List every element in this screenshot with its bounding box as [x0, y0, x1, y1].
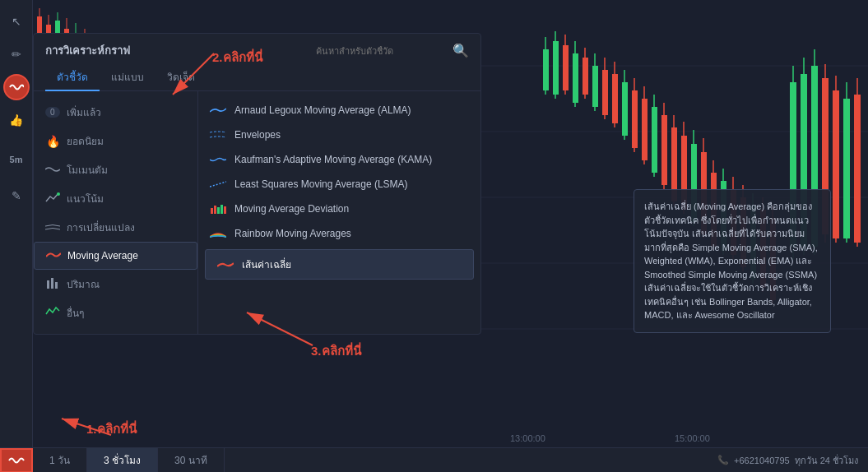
mad-label: Moving Average Deviation — [234, 203, 349, 215]
svg-line-83 — [210, 182, 226, 187]
panel-title: การวิเคราะห์กราฟ — [45, 42, 130, 59]
sidebar-time-icon[interactable]: 5m — [3, 146, 30, 173]
sidebar-wave-icon[interactable] — [3, 74, 30, 100]
time-3hours[interactable]: 3 ชั่วโมง — [87, 448, 158, 473]
indicator-envelopes[interactable]: Envelopes — [198, 123, 480, 147]
momentum-label: โมเมนตัม — [67, 162, 108, 178]
category-list: 0 เพิ่มแล้ว 🔥 ยอดนิยม โมเมนตัม แนวโน้ม — [34, 91, 198, 334]
svg-rect-84 — [211, 208, 213, 214]
alma-label: Arnaud Legoux Moving Average (ALMA) — [234, 104, 411, 116]
rainbow-label: Rainbow Moving Averages — [234, 228, 351, 239]
kama-label: Kaufman's Adaptive Moving Average (KAMA) — [234, 154, 432, 165]
rainbow-icon — [210, 228, 226, 239]
change-icon — [45, 221, 60, 234]
panel-header: การวิเคราะห์กราฟ 🔍 — [34, 34, 480, 59]
volume-icon — [45, 277, 60, 291]
mean-icon — [217, 259, 234, 271]
bottom-bar: 1 วัน 3 ชั่วโมง 30 นาที 📞 +6621040795 ทุ… — [0, 447, 868, 472]
category-change[interactable]: การเปลี่ยนแปลง — [34, 213, 197, 242]
time-label-2: 15:00:00 — [675, 433, 710, 443]
sidebar-edit-icon[interactable]: ✎ — [3, 183, 30, 209]
category-added[interactable]: 0 เพิ่มแล้ว — [34, 98, 197, 127]
phone-number: +6621040795 — [734, 456, 790, 465]
other-label: อื่นๆ — [67, 305, 84, 321]
sidebar-cursor-icon[interactable]: ↖ — [3, 8, 30, 35]
moving-avg-label: Moving Average — [67, 250, 138, 261]
mad-icon — [210, 203, 226, 215]
trend-icon — [45, 192, 60, 206]
search-input[interactable] — [316, 46, 448, 56]
tooltip-popup: เส้นค่าเฉลี่ย (Moving Average) คือกลุ่มข… — [634, 189, 831, 333]
panel-tabs: ตัวชี้วัด แม่แบบ วิดเจ็ต — [34, 59, 480, 91]
phone-icon: 📞 — [717, 455, 729, 465]
svg-rect-82 — [55, 282, 58, 289]
svg-rect-85 — [214, 206, 216, 214]
svg-rect-86 — [217, 207, 220, 214]
indicator-rainbow[interactable]: Rainbow Moving Averages — [198, 221, 480, 246]
time-options: 1 วัน 3 ชั่วโมง 30 นาที — [33, 448, 708, 473]
time-30min[interactable]: 30 นาที — [158, 448, 225, 473]
indicator-list: Arnaud Legoux Moving Average (ALMA) Enve… — [198, 91, 480, 334]
change-label: การเปลี่ยนแปลง — [67, 220, 135, 235]
category-moving-avg[interactable]: Moving Average — [34, 242, 197, 270]
indicator-mean[interactable]: เส้นค่าเฉลี่ย — [205, 249, 474, 280]
trend-label: แนวโน้ม — [67, 191, 104, 206]
hours-text: ทุกวัน 24 ชั่วโมง — [795, 453, 858, 468]
indicator-mad[interactable]: Moving Average Deviation — [198, 197, 480, 221]
category-volume[interactable]: ปริมาณ — [34, 270, 197, 298]
sidebar-thumbup-icon[interactable]: 👍 — [3, 107, 30, 133]
kama-icon — [210, 154, 226, 165]
category-other[interactable]: อื่นๆ — [34, 298, 197, 327]
lsma-label: Least Squares Moving Average (LSMA) — [234, 178, 408, 190]
other-icon — [45, 306, 60, 320]
alma-icon — [210, 104, 226, 116]
tab-widgets[interactable]: วิดเจ็ต — [155, 64, 207, 91]
mean-label: เส้นค่าเฉลี่ย — [242, 257, 291, 272]
tab-templates[interactable]: แม่แบบ — [100, 64, 155, 91]
sidebar-pencil-icon[interactable]: ✏ — [3, 41, 30, 67]
main-panel: การวิเคราะห์กราฟ 🔍 ตัวชี้วัด แม่แบบ วิดเ… — [33, 33, 481, 335]
time-1day[interactable]: 1 วัน — [33, 448, 87, 473]
momentum-icon — [45, 164, 60, 177]
envelopes-icon — [210, 129, 226, 141]
envelopes-label: Envelopes — [234, 129, 281, 141]
panel-body: 0 เพิ่มแล้ว 🔥 ยอดนิยม โมเมนตัม แนวโน้ม — [34, 91, 480, 334]
svg-rect-80 — [47, 280, 49, 289]
lsma-icon — [210, 178, 226, 190]
added-badge: 0 — [45, 107, 60, 118]
svg-rect-81 — [51, 278, 53, 289]
indicator-lsma[interactable]: Least Squares Moving Average (LSMA) — [198, 172, 480, 197]
category-trend[interactable]: แนวโน้ม — [34, 184, 197, 213]
panel-search-area: 🔍 — [316, 43, 469, 58]
moving-avg-icon — [46, 249, 61, 262]
tooltip-text: เส้นค่าเฉลี่ย (Moving Average) คือกลุ่มข… — [644, 201, 818, 320]
added-label: เพิ่มแล้ว — [67, 104, 101, 120]
tab-favorites[interactable]: ตัวชี้วัด — [45, 64, 100, 91]
category-popular[interactable]: 🔥 ยอดนิยม — [34, 127, 197, 155]
left-sidebar: ↖ ✏ 👍 5m ✎ — [0, 0, 33, 447]
category-momentum[interactable]: โมเมนตัม — [34, 155, 197, 184]
wave-indicator-button[interactable] — [0, 448, 33, 473]
time-label-1: 13:00:00 — [510, 433, 545, 443]
popular-label: ยอดนิยม — [67, 133, 104, 149]
contact-info: 📞 +6621040795 ทุกวัน 24 ชั่วโมง — [708, 453, 868, 468]
svg-rect-87 — [220, 205, 223, 214]
fire-icon: 🔥 — [45, 135, 60, 148]
indicator-alma[interactable]: Arnaud Legoux Moving Average (ALMA) — [198, 98, 480, 123]
volume-label: ปริมาณ — [67, 276, 100, 292]
indicator-kama[interactable]: Kaufman's Adaptive Moving Average (KAMA) — [198, 147, 480, 172]
svg-point-79 — [57, 192, 60, 196]
search-icon[interactable]: 🔍 — [453, 43, 469, 58]
svg-rect-88 — [224, 206, 226, 214]
